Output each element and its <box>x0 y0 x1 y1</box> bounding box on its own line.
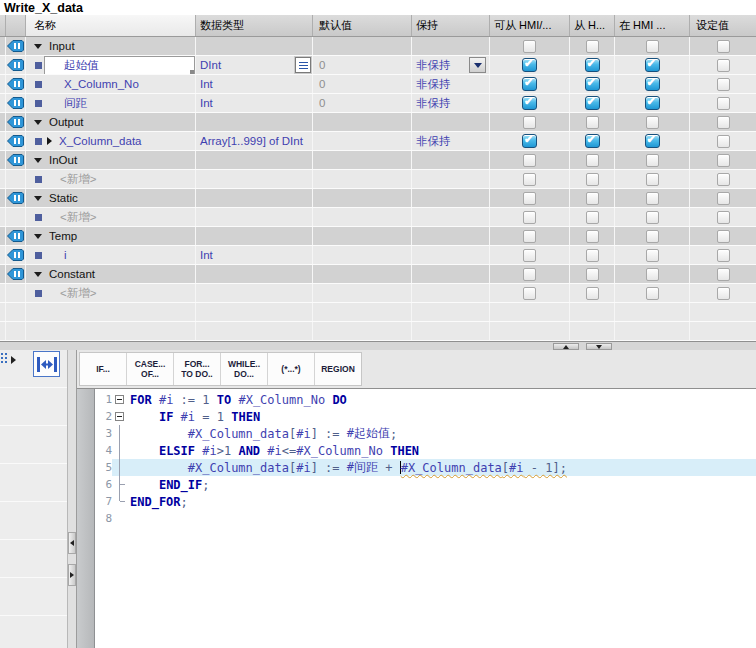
setpoint-checkbox[interactable] <box>717 287 730 300</box>
setpoint-checkbox[interactable] <box>717 173 730 186</box>
splitter-collapse-down-button[interactable] <box>586 343 612 350</box>
hmi-visible-checkbox[interactable] <box>646 211 659 224</box>
name-cell[interactable]: Temp <box>26 227 196 245</box>
hmi-visible-checkbox[interactable] <box>646 287 659 300</box>
table-row[interactable] <box>0 303 756 322</box>
name-cell[interactable]: 起始值 <box>26 56 196 74</box>
hmi-writable-checkbox[interactable] <box>586 287 599 300</box>
default-value-cell[interactable] <box>313 151 412 169</box>
hmi-accessible-checkbox[interactable] <box>523 287 536 300</box>
hmi-writable-checkbox[interactable] <box>586 40 599 53</box>
table-row[interactable]: <新增> <box>0 208 756 227</box>
hmi-writable-checkbox[interactable] <box>586 116 599 129</box>
hmi-writable-checkbox[interactable] <box>586 173 599 186</box>
name-cell[interactable]: 间距 <box>26 94 196 112</box>
retain-cell[interactable] <box>412 37 490 55</box>
table-row[interactable]: 起始值DInt0非保持 <box>0 56 756 75</box>
hmi-accessible-checkbox[interactable] <box>523 173 536 186</box>
table-row[interactable]: 间距Int0非保持 <box>0 94 756 113</box>
datatype-cell[interactable]: Int <box>196 246 313 264</box>
hmi-writable-checkbox[interactable] <box>586 249 599 262</box>
section-collapse-icon[interactable] <box>33 196 43 201</box>
hmi-visible-checkbox[interactable] <box>645 58 660 72</box>
hmi-visible-checkbox[interactable] <box>646 192 659 205</box>
splitter-collapse-up-button[interactable] <box>553 343 579 350</box>
name-cell[interactable]: Output <box>26 113 196 131</box>
hmi-accessible-checkbox[interactable] <box>523 211 536 224</box>
retain-cell[interactable] <box>412 208 490 226</box>
datatype-cell[interactable]: Int <box>196 94 313 112</box>
default-value-cell[interactable] <box>313 189 412 207</box>
retain-cell[interactable] <box>412 246 490 264</box>
name-cell[interactable] <box>26 303 196 321</box>
column-header-datatype[interactable]: 数据类型 <box>196 15 313 36</box>
hmi-accessible-checkbox[interactable] <box>523 116 536 129</box>
breakpoint-gutter[interactable] <box>77 389 95 648</box>
horizontal-splitter[interactable] <box>0 341 756 350</box>
code-line[interactable]: 3 #X_Column_data[#i] := #起始值; <box>95 425 756 442</box>
retain-dropdown-button[interactable] <box>469 57 486 73</box>
hmi-visible-checkbox[interactable] <box>646 230 659 243</box>
datatype-cell[interactable] <box>196 170 313 188</box>
column-header-hmi-writable[interactable]: 从 H... <box>570 15 615 36</box>
setpoint-checkbox[interactable] <box>717 268 730 281</box>
retain-cell[interactable] <box>412 284 490 302</box>
datatype-cell[interactable]: Array[1..999] of DInt <box>196 132 313 150</box>
datatype-cell[interactable] <box>196 113 313 131</box>
default-value-cell[interactable] <box>313 37 412 55</box>
table-row[interactable]: Static <box>0 189 756 208</box>
hmi-writable-checkbox[interactable] <box>585 134 600 148</box>
hmi-visible-checkbox[interactable] <box>646 40 659 53</box>
default-value-cell[interactable]: 0 <box>313 75 412 93</box>
name-cell[interactable]: Constant <box>26 265 196 283</box>
hmi-writable-checkbox[interactable] <box>585 58 600 72</box>
array-expand-icon[interactable] <box>47 137 52 145</box>
section-collapse-icon[interactable] <box>33 272 43 277</box>
retain-cell[interactable] <box>412 303 490 321</box>
default-value-cell[interactable]: 0 <box>313 56 412 74</box>
hmi-writable-checkbox[interactable] <box>586 268 599 281</box>
hmi-visible-checkbox[interactable] <box>645 77 660 91</box>
code-line[interactable]: 1FOR #i := 1 TO #X_Column_No DO <box>95 391 756 408</box>
hmi-visible-checkbox[interactable] <box>646 173 659 186</box>
hmi-visible-checkbox[interactable] <box>646 154 659 167</box>
snippet-button-for[interactable]: FOR...TO DO.. <box>174 353 221 385</box>
default-value-cell[interactable] <box>313 246 412 264</box>
section-collapse-icon[interactable] <box>33 44 43 49</box>
datatype-cell[interactable] <box>196 37 313 55</box>
name-cell[interactable]: X_Column_data <box>26 132 196 150</box>
table-row[interactable]: InOut <box>0 151 756 170</box>
datatype-cell[interactable] <box>196 227 313 245</box>
default-value-cell[interactable] <box>313 265 412 283</box>
hmi-visible-checkbox[interactable] <box>646 116 659 129</box>
default-value-cell[interactable] <box>313 303 412 321</box>
hmi-accessible-checkbox[interactable] <box>522 77 537 91</box>
table-row[interactable]: Output <box>0 113 756 132</box>
default-value-cell[interactable] <box>313 284 412 302</box>
snippet-button-case[interactable]: CASE...OF... <box>127 353 174 385</box>
code-line[interactable]: 7END_FOR; <box>95 493 756 510</box>
datatype-cell[interactable] <box>196 189 313 207</box>
vertical-splitter[interactable] <box>67 350 77 648</box>
section-collapse-icon[interactable] <box>33 120 43 125</box>
column-header-retain[interactable]: 保持 <box>412 15 490 36</box>
table-row[interactable]: X_Column_NoInt0非保持 <box>0 75 756 94</box>
datatype-cell[interactable] <box>196 322 313 340</box>
default-value-cell[interactable] <box>313 322 412 340</box>
column-header-default[interactable]: 默认值 <box>313 15 412 36</box>
code-text-area[interactable]: 1FOR #i := 1 TO #X_Column_No DO2 IF #i =… <box>95 389 756 648</box>
splitter-collapse-left-button[interactable] <box>68 532 76 554</box>
table-row[interactable]: Constant <box>0 265 756 284</box>
setpoint-checkbox[interactable] <box>717 192 730 205</box>
datatype-cell[interactable] <box>196 284 313 302</box>
name-cell[interactable]: i <box>26 246 196 264</box>
hmi-visible-checkbox[interactable] <box>645 134 660 148</box>
section-collapse-icon[interactable] <box>33 158 43 163</box>
column-header-setpoint[interactable]: 设定值 <box>690 15 756 36</box>
setpoint-checkbox[interactable] <box>717 249 730 262</box>
code-line[interactable]: 2 IF #i = 1 THEN <box>95 408 756 425</box>
code-line[interactable]: 6 END_IF; <box>95 476 756 493</box>
hmi-visible-checkbox[interactable] <box>646 268 659 281</box>
default-value-cell[interactable] <box>313 208 412 226</box>
retain-cell[interactable] <box>412 227 490 245</box>
